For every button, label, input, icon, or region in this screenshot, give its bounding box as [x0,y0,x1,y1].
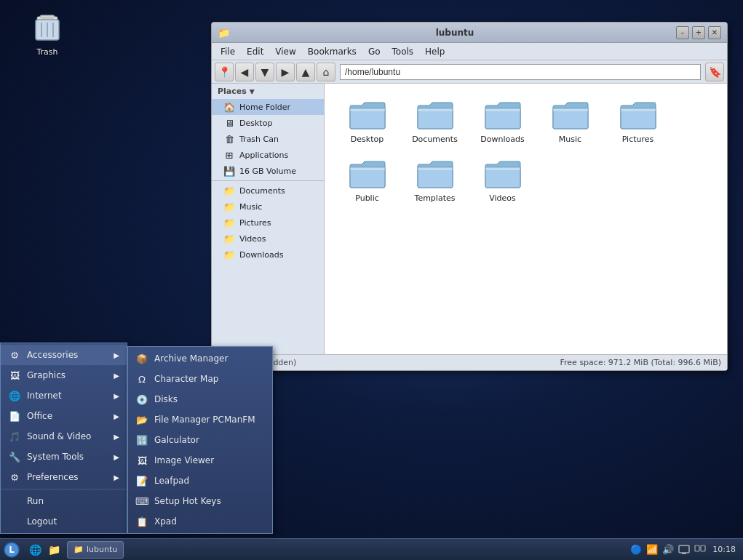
menu-bookmarks[interactable]: Bookmarks [302,45,362,58]
galculator-icon: 🔢 [135,433,148,447]
file-item-public[interactable]: Public [336,154,398,207]
system-tools-submenu-arrow: ▶ [114,453,119,461]
toolbar-location-icon[interactable]: 📍 [215,63,234,81]
menu-item-office[interactable]: 📄 Office ▶ [1,406,127,426]
applications-icon: ⊞ [223,149,235,161]
svg-rect-8 [679,545,689,553]
sidebar-item-videos[interactable]: 📁 Videos [212,231,324,247]
menu-help[interactable]: Help [419,45,450,58]
menubar: File Edit View Bookmarks Go Tools Help [212,43,727,60]
bookmark-button[interactable]: 🔖 [705,63,724,81]
start-button[interactable]: L [1,540,22,560]
logout-label: Logout [27,516,57,527]
preferences-submenu-arrow: ▶ [114,473,119,481]
menu-edit[interactable]: Edit [241,45,269,58]
accessories-submenu: 📦 Archive Manager Ω Character Map 💿 Disk… [127,346,273,534]
sidebar-item-trash[interactable]: 🗑 Trash Can [212,131,324,147]
menu-item-preferences[interactable]: ⚙ Preferences ▶ [1,467,127,487]
file-item-pictures[interactable]: Pictures [607,95,669,148]
leafpad-icon: 📝 [135,474,148,487]
menu-item-graphics[interactable]: 🖼 Graphics ▶ [1,365,127,385]
network-tray-icon[interactable]: 📶 [645,543,659,556]
accessories-icon: ⚙ [8,348,21,361]
back-dropdown-button[interactable]: ▼ [255,63,274,81]
logout-icon [8,515,21,528]
submenu-item-setup-hot-keys[interactable]: ⌨ Setup Hot Keys [128,491,272,511]
menu-view[interactable]: View [269,45,301,58]
disks-icon: 💿 [135,393,148,406]
up-button[interactable]: ▲ [296,63,315,81]
sound-video-icon: 🎵 [8,430,21,443]
submenu-item-leafpad[interactable]: 📝 Leafpad [128,471,272,491]
desktop: Trash 📁 lubuntu – + ✕ File Edit View Boo… [0,0,743,560]
menu-item-internet[interactable]: 🌐 Internet ▶ [1,385,127,406]
archive-manager-icon: 📦 [135,352,148,365]
sidebar-item-home[interactable]: 🏠 Home Folder [212,99,324,115]
sidebar-item-pictures[interactable]: 📁 Pictures [212,215,324,231]
file-item-templates[interactable]: Templates [404,154,466,207]
file-grid: Desktop Documents [325,84,727,354]
sidebar-item-desktop[interactable]: 🖥 Desktop [212,115,324,131]
file-item-music[interactable]: Music [539,95,601,148]
internet-label: Internet [27,391,62,401]
sidebar-home-label: Home Folder [239,103,290,112]
forward-button[interactable]: ▶ [276,63,295,81]
sidebar-item-downloads[interactable]: 📁 Downloads [212,247,324,263]
submenu-item-archive-manager[interactable]: 📦 Archive Manager [128,348,272,369]
ql-browser-button[interactable]: 🌐 [26,541,44,559]
close-button[interactable]: ✕ [708,26,721,39]
menu-tools[interactable]: Tools [386,45,420,58]
sidebar-places-header[interactable]: Places ▼ [212,84,324,99]
submenu-item-file-manager[interactable]: 📂 File Manager PCManFM [128,409,272,430]
submenu-item-galculator[interactable]: 🔢 Galculator [128,430,272,450]
maximize-button[interactable]: + [692,26,705,39]
run-icon [8,495,21,508]
documents-icon: 📁 [223,185,235,196]
sidebar-item-music[interactable]: 📁 Music [212,199,324,215]
menu-item-sound-video[interactable]: 🎵 Sound & Video ▶ [1,426,127,447]
taskbar-lubuntu-button[interactable]: 📁 lubuntu [67,541,124,559]
taskbar-app-label: lubuntu [87,545,117,554]
file-item-desktop[interactable]: Desktop [336,95,398,148]
back-button[interactable]: ◀ [235,63,254,81]
submenu-item-character-map[interactable]: Ω Character Map [128,369,272,389]
image-viewer-icon: 🖼 [135,454,148,467]
submenu-item-xpad[interactable]: 📋 Xpad [128,511,272,532]
desktop-trash-icon[interactable]: Trash [22,11,73,57]
file-item-downloads[interactable]: Downloads [472,95,533,148]
sidebar-item-volume[interactable]: 💾 16 GB Volume [212,163,324,179]
bluetooth-tray-icon[interactable]: 🔵 [629,543,643,556]
system-tray: 🔵 📶 🔊 10:18 [625,543,743,556]
sidebar-desktop-label: Desktop [239,119,272,128]
minimize-button[interactable]: – [676,26,689,39]
home-button[interactable]: ⌂ [317,63,335,81]
menu-go[interactable]: Go [362,45,386,58]
sidebar-pictures-label: Pictures [239,218,271,228]
accessories-label: Accessories [27,350,78,360]
address-bar[interactable] [340,64,701,80]
taskbar-tray-icon2[interactable] [694,543,707,556]
audio-tray-icon[interactable]: 🔊 [661,543,675,556]
menu-item-accessories[interactable]: ⚙ Accessories ▶ [1,345,127,365]
submenu-item-disks[interactable]: 💿 Disks [128,389,272,409]
file-manager-icon: 📂 [135,413,148,426]
menu-item-run[interactable]: Run [1,491,127,511]
file-item-documents[interactable]: Documents [404,95,466,148]
svg-rect-9 [682,553,686,554]
submenu-item-image-viewer[interactable]: 🖼 Image Viewer [128,450,272,471]
sidebar-item-applications[interactable]: ⊞ Applications [212,147,324,163]
file-item-videos[interactable]: Videos [472,154,533,207]
volume-icon: 💾 [223,165,235,177]
preferences-label: Preferences [27,472,79,482]
trash-sidebar-icon: 🗑 [223,133,235,145]
ql-filemanager-button[interactable]: 📁 [45,541,63,559]
xpad-icon: 📋 [135,515,148,528]
display-tray-icon[interactable] [678,543,691,556]
sidebar-item-documents[interactable]: 📁 Documents [212,183,324,199]
graphics-label: Graphics [27,370,65,380]
menu-file[interactable]: File [215,45,241,58]
menu-item-system-tools[interactable]: 🔧 System Tools ▶ [1,447,127,467]
office-icon: 📄 [8,409,21,423]
menu-item-logout[interactable]: Logout [1,511,127,532]
window-controls: – + ✕ [676,26,721,39]
